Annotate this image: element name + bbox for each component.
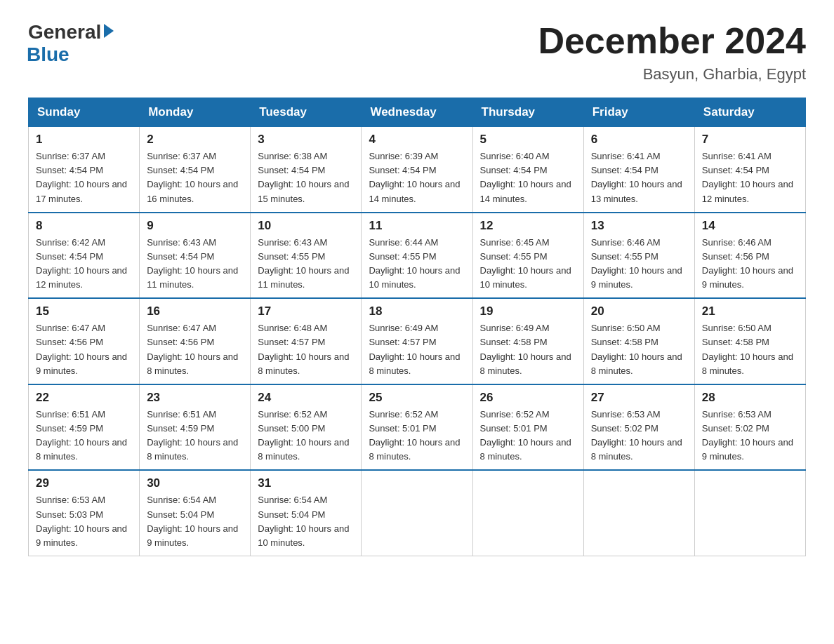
- table-row: 3 Sunrise: 6:38 AM Sunset: 4:54 PM Dayli…: [251, 127, 362, 213]
- day-info: Sunrise: 6:54 AM Sunset: 5:04 PM Dayligh…: [147, 493, 243, 550]
- day-info: Sunrise: 6:42 AM Sunset: 4:54 PM Dayligh…: [36, 236, 132, 293]
- table-row: 2 Sunrise: 6:37 AM Sunset: 4:54 PM Dayli…: [140, 127, 251, 213]
- day-number: 9: [147, 219, 243, 233]
- table-row: 5 Sunrise: 6:40 AM Sunset: 4:54 PM Dayli…: [472, 127, 583, 213]
- day-number: 30: [147, 476, 243, 490]
- day-info: Sunrise: 6:44 AM Sunset: 4:55 PM Dayligh…: [369, 236, 465, 293]
- day-info: Sunrise: 6:53 AM Sunset: 5:02 PM Dayligh…: [702, 408, 798, 464]
- day-number: 8: [36, 219, 132, 233]
- logo-general-text: General: [28, 21, 101, 43]
- day-info: Sunrise: 6:46 AM Sunset: 4:56 PM Dayligh…: [702, 236, 798, 293]
- day-number: 13: [591, 219, 687, 233]
- table-row: [583, 470, 694, 556]
- table-row: 14 Sunrise: 6:46 AM Sunset: 4:56 PM Dayl…: [694, 213, 805, 299]
- day-info: Sunrise: 6:49 AM Sunset: 4:58 PM Dayligh…: [480, 321, 576, 378]
- day-info: Sunrise: 6:51 AM Sunset: 4:59 PM Dayligh…: [147, 408, 243, 464]
- table-row: 31 Sunrise: 6:54 AM Sunset: 5:04 PM Dayl…: [251, 470, 362, 556]
- table-row: 8 Sunrise: 6:42 AM Sunset: 4:54 PM Dayli…: [29, 213, 140, 299]
- day-number: 29: [36, 476, 132, 490]
- day-number: 18: [369, 304, 465, 318]
- day-number: 15: [36, 304, 132, 318]
- table-row: 10 Sunrise: 6:43 AM Sunset: 4:55 PM Dayl…: [251, 213, 362, 299]
- table-row: 11 Sunrise: 6:44 AM Sunset: 4:55 PM Dayl…: [362, 213, 472, 299]
- calendar-week-row: 1 Sunrise: 6:37 AM Sunset: 4:54 PM Dayli…: [29, 127, 806, 213]
- table-row: 22 Sunrise: 6:51 AM Sunset: 4:59 PM Dayl…: [29, 384, 140, 471]
- table-row: 15 Sunrise: 6:47 AM Sunset: 4:56 PM Dayl…: [29, 298, 140, 384]
- header-saturday: Saturday: [694, 98, 805, 127]
- day-info: Sunrise: 6:53 AM Sunset: 5:02 PM Dayligh…: [591, 408, 687, 464]
- day-info: Sunrise: 6:40 AM Sunset: 4:54 PM Dayligh…: [480, 149, 576, 206]
- header: General Blue December 2024 Basyun, Gharb…: [28, 21, 806, 83]
- day-number: 17: [258, 304, 354, 318]
- day-info: Sunrise: 6:48 AM Sunset: 4:57 PM Dayligh…: [258, 321, 354, 378]
- day-number: 2: [147, 133, 243, 147]
- logo: General Blue: [28, 21, 114, 66]
- day-number: 26: [480, 391, 576, 405]
- table-row: 24 Sunrise: 6:52 AM Sunset: 5:00 PM Dayl…: [251, 384, 362, 471]
- header-monday: Monday: [140, 98, 251, 127]
- day-number: 11: [369, 219, 465, 233]
- day-info: Sunrise: 6:51 AM Sunset: 4:59 PM Dayligh…: [36, 408, 132, 464]
- day-info: Sunrise: 6:52 AM Sunset: 5:01 PM Dayligh…: [480, 408, 576, 464]
- logo-blue-text: Blue: [27, 43, 70, 66]
- day-number: 19: [480, 304, 576, 318]
- table-row: 27 Sunrise: 6:53 AM Sunset: 5:02 PM Dayl…: [583, 384, 694, 471]
- calendar-table: Sunday Monday Tuesday Wednesday Thursday…: [28, 98, 806, 556]
- day-number: 4: [369, 133, 465, 147]
- day-info: Sunrise: 6:50 AM Sunset: 4:58 PM Dayligh…: [591, 321, 687, 378]
- day-number: 1: [36, 133, 132, 147]
- header-wednesday: Wednesday: [362, 98, 472, 127]
- table-row: 1 Sunrise: 6:37 AM Sunset: 4:54 PM Dayli…: [29, 127, 140, 213]
- day-info: Sunrise: 6:41 AM Sunset: 4:54 PM Dayligh…: [591, 149, 687, 206]
- day-number: 31: [258, 476, 354, 490]
- table-row: 23 Sunrise: 6:51 AM Sunset: 4:59 PM Dayl…: [140, 384, 251, 471]
- day-info: Sunrise: 6:46 AM Sunset: 4:55 PM Dayligh…: [591, 236, 687, 293]
- day-number: 21: [702, 304, 798, 318]
- table-row: 17 Sunrise: 6:48 AM Sunset: 4:57 PM Dayl…: [251, 298, 362, 384]
- table-row: 25 Sunrise: 6:52 AM Sunset: 5:01 PM Dayl…: [362, 384, 472, 471]
- day-number: 22: [36, 391, 132, 405]
- day-info: Sunrise: 6:39 AM Sunset: 4:54 PM Dayligh…: [369, 149, 465, 206]
- table-row: 29 Sunrise: 6:53 AM Sunset: 5:03 PM Dayl…: [29, 470, 140, 556]
- day-number: 25: [369, 391, 465, 405]
- header-thursday: Thursday: [472, 98, 583, 127]
- day-number: 5: [480, 133, 576, 147]
- day-number: 6: [591, 133, 687, 147]
- day-info: Sunrise: 6:52 AM Sunset: 5:00 PM Dayligh…: [258, 408, 354, 464]
- calendar-week-row: 29 Sunrise: 6:53 AM Sunset: 5:03 PM Dayl…: [29, 470, 806, 556]
- day-number: 27: [591, 391, 687, 405]
- calendar-week-row: 8 Sunrise: 6:42 AM Sunset: 4:54 PM Dayli…: [29, 213, 806, 299]
- day-info: Sunrise: 6:47 AM Sunset: 4:56 PM Dayligh…: [147, 321, 243, 378]
- table-row: 30 Sunrise: 6:54 AM Sunset: 5:04 PM Dayl…: [140, 470, 251, 556]
- day-number: 20: [591, 304, 687, 318]
- table-row: 12 Sunrise: 6:45 AM Sunset: 4:55 PM Dayl…: [472, 213, 583, 299]
- table-row: 18 Sunrise: 6:49 AM Sunset: 4:57 PM Dayl…: [362, 298, 472, 384]
- day-number: 16: [147, 304, 243, 318]
- calendar-week-row: 15 Sunrise: 6:47 AM Sunset: 4:56 PM Dayl…: [29, 298, 806, 384]
- day-info: Sunrise: 6:41 AM Sunset: 4:54 PM Dayligh…: [702, 149, 798, 206]
- logo-triangle-icon: [104, 24, 114, 38]
- table-row: 13 Sunrise: 6:46 AM Sunset: 4:55 PM Dayl…: [583, 213, 694, 299]
- month-title: December 2024: [538, 21, 806, 61]
- table-row: 19 Sunrise: 6:49 AM Sunset: 4:58 PM Dayl…: [472, 298, 583, 384]
- table-row: [694, 470, 805, 556]
- day-info: Sunrise: 6:37 AM Sunset: 4:54 PM Dayligh…: [36, 149, 132, 206]
- header-friday: Friday: [583, 98, 694, 127]
- day-info: Sunrise: 6:43 AM Sunset: 4:55 PM Dayligh…: [258, 236, 354, 293]
- table-row: 9 Sunrise: 6:43 AM Sunset: 4:54 PM Dayli…: [140, 213, 251, 299]
- day-info: Sunrise: 6:50 AM Sunset: 4:58 PM Dayligh…: [702, 321, 798, 378]
- day-header-row: Sunday Monday Tuesday Wednesday Thursday…: [29, 98, 806, 127]
- day-info: Sunrise: 6:37 AM Sunset: 4:54 PM Dayligh…: [147, 149, 243, 206]
- header-sunday: Sunday: [29, 98, 140, 127]
- calendar-week-row: 22 Sunrise: 6:51 AM Sunset: 4:59 PM Dayl…: [29, 384, 806, 471]
- header-tuesday: Tuesday: [251, 98, 362, 127]
- day-number: 24: [258, 391, 354, 405]
- day-number: 28: [702, 391, 798, 405]
- day-info: Sunrise: 6:45 AM Sunset: 4:55 PM Dayligh…: [480, 236, 576, 293]
- table-row: 16 Sunrise: 6:47 AM Sunset: 4:56 PM Dayl…: [140, 298, 251, 384]
- day-number: 7: [702, 133, 798, 147]
- table-row: [472, 470, 583, 556]
- day-number: 12: [480, 219, 576, 233]
- day-number: 14: [702, 219, 798, 233]
- day-info: Sunrise: 6:54 AM Sunset: 5:04 PM Dayligh…: [258, 493, 354, 550]
